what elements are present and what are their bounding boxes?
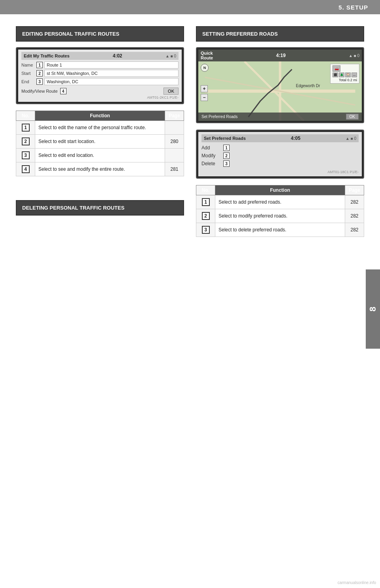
map-icons: ▲ ■ 0 [349, 53, 359, 58]
map-time: 4:19 [276, 53, 286, 58]
row1-no: 1 [16, 121, 35, 135]
bottom-section: DELETING PERSONAL TRAFFIC ROUTES [16, 200, 184, 216]
table-row: 1 Select to edit the name of the persona… [16, 121, 184, 135]
row2-page: 280 [165, 135, 184, 149]
map-icon-row-2: ⬛ 🌲 🏠 — [332, 73, 357, 77]
screen-row-start: Start 2 st St NW, Washington, DC [21, 70, 179, 77]
modify-row: Modify/View Route 4 [21, 88, 68, 94]
map-screen: QuickRoute 4:19 ▲ ■ 0 [196, 47, 364, 123]
map-compass: N [201, 64, 209, 72]
watermark: carmanualsonline.info [338, 580, 376, 585]
r-row2-page: 282 [345, 209, 364, 223]
right-sidebar: 8 [366, 269, 380, 349]
table-row: 2 Select to modify preferred roads. 282 [196, 209, 364, 223]
r-th-page: Page [345, 185, 364, 195]
r-badge-2: 2 [202, 212, 210, 220]
add-label: Add [201, 145, 223, 151]
row3-func: Select to edit end location. [35, 149, 165, 162]
badge-modify: 2 [223, 153, 230, 159]
map-icon-box-2: ⬛ [332, 73, 338, 77]
right-function-table: No. Function Page 1 Select to add prefer… [196, 185, 364, 237]
spr-row-delete: Delete 3 [201, 160, 231, 167]
spr-row-modify: Modify 2 [201, 153, 231, 159]
row4-no: 4 [16, 162, 35, 176]
badge-add: 1 [223, 145, 230, 151]
badge-row3: 3 [22, 151, 30, 159]
row3-no: 3 [16, 149, 35, 162]
screen-title: Edit My Traffic Routes [24, 53, 70, 58]
screen-bottom-row: Modify/View Route 4 OK [21, 88, 179, 95]
page-title: 5. SETUP [338, 4, 368, 11]
map-topbar: QuickRoute 4:19 ▲ ■ 0 [198, 50, 362, 61]
start-value[interactable]: st St NW, Washington, DC [44, 70, 179, 77]
map-bottom-bar: Set Preferred Roads OK [198, 113, 362, 121]
th-page: Page [165, 111, 184, 121]
start-label: Start [21, 71, 36, 76]
row1-func: Select to edit the name of the personal … [35, 121, 165, 135]
map-icon-box-4: 🏠 [345, 73, 351, 77]
r-th-function: Function [215, 185, 345, 195]
right-section-header: SETTING PREFERRED ROADS [196, 26, 364, 42]
zoom-plus-button[interactable]: + [201, 85, 208, 92]
spr-topbar: Set Preferred Roads 4:05 ▲ ■ 0 [201, 134, 359, 142]
set-preferred-label: Set Preferred Roads [201, 115, 238, 119]
spr-inner: Set Preferred Roads 4:05 ▲ ■ 0 Add 1 [198, 132, 362, 176]
table-row: 2 Select to edit start location. 280 [16, 135, 184, 149]
spr-icons: ▲ ■ 0 [346, 136, 356, 141]
screen-footer: AMT01-2KC1 P1/E- [21, 95, 179, 99]
row4-page: 281 [165, 162, 184, 176]
map-title: QuickRoute [201, 51, 213, 60]
badge-row2: 2 [22, 137, 30, 145]
spr-footer: AMT01-18C1 P1/E- [201, 170, 359, 174]
edit-traffic-screen: Edit My Traffic Routes 4:02 ▲ ■ 0 Name 1… [16, 47, 184, 104]
spr-screen: Set Preferred Roads 4:05 ▲ ■ 0 Add 1 [196, 130, 364, 179]
r-row3-no: 3 [196, 223, 215, 237]
right-column: SETTING PREFERRED ROADS QuickRoute 4:19 … [196, 26, 364, 245]
th-function: Function [35, 111, 165, 121]
screen-inner: Edit My Traffic Routes 4:02 ▲ ■ 0 Name 1… [18, 50, 182, 102]
r-row3-page: 282 [345, 223, 364, 237]
name-label: Name [21, 63, 36, 67]
spr-title: Set Preferred Roads [204, 136, 246, 141]
screen-time: 4:02 [113, 53, 122, 59]
end-value[interactable]: Washington, DC [44, 78, 179, 85]
spr-time: 4:05 [291, 136, 300, 141]
columns-layout: EDITING PERSONAL TRAFFIC ROUTES Edit My … [16, 26, 364, 245]
r-row1-no: 1 [196, 195, 215, 209]
zoom-minus-button[interactable]: − [201, 94, 208, 101]
badge-3: 3 [36, 78, 43, 85]
modify-label-spr: Modify [201, 153, 223, 158]
screen-icons: ▲ ■ 0 [165, 54, 176, 58]
badge-row1: 1 [22, 124, 30, 132]
map-total: Total 0.2 mi [332, 78, 357, 82]
map-icon-box-5: — [352, 73, 357, 77]
name-value[interactable]: Route 1 [44, 61, 179, 69]
table-row: 3 Select to delete preferred roads. 282 [196, 223, 364, 237]
screen-ok-button[interactable]: OK [163, 88, 179, 95]
table-row: 4 Select to see and modify the entire ro… [16, 162, 184, 176]
r-th-no: No. [196, 185, 215, 195]
spr-spacer [235, 145, 359, 168]
sidebar-number: 8 [368, 307, 378, 311]
row4-func: Select to see and modify the entire rout… [35, 162, 165, 176]
spr-rows: Add 1 Modify 2 Delete 3 [201, 145, 231, 168]
modify-label: Modify/View Route [21, 89, 58, 94]
screen-topbar: Edit My Traffic Routes 4:02 ▲ ■ 0 [21, 52, 179, 60]
map-ok-button[interactable]: OK [346, 114, 359, 120]
badge-delete: 3 [223, 160, 230, 167]
r-badge-1: 1 [202, 198, 210, 206]
header-bar: 5. SETUP [0, 0, 380, 14]
r-row3-func: Select to delete preferred roads. [215, 223, 345, 237]
row3-page [165, 149, 184, 162]
row2-no: 2 [16, 135, 35, 149]
map-icon-box-3: 🌲 [339, 73, 344, 77]
svg-text:Edgeworth Dr: Edgeworth Dr [296, 84, 321, 88]
screen-row-name: Name 1 Route 1 [21, 61, 179, 69]
screen-row-end: End 3 Washington, DC [21, 78, 179, 85]
main-content: EDITING PERSONAL TRAFFIC ROUTES Edit My … [0, 14, 380, 257]
badge-4: 4 [60, 88, 66, 94]
row1-page [165, 121, 184, 135]
table-row: 1 Select to add preferred roads. 282 [196, 195, 364, 209]
map-inner: QuickRoute 4:19 ▲ ■ 0 [198, 50, 362, 121]
badge-1: 1 [36, 62, 43, 68]
